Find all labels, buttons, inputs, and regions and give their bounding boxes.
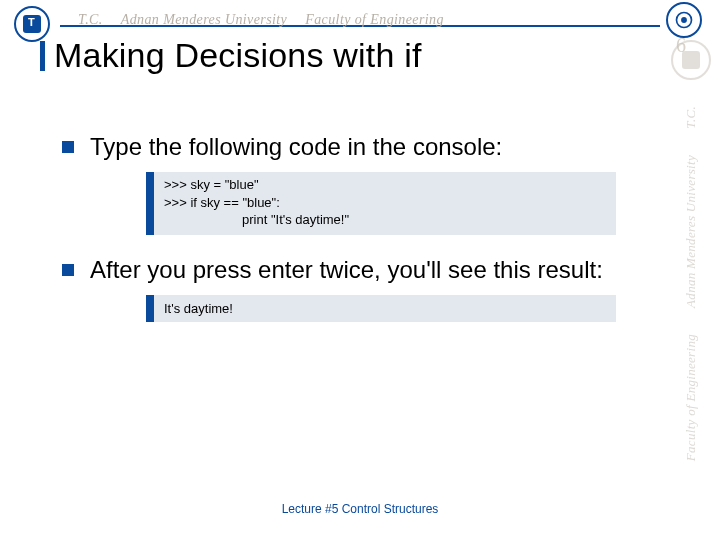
code-block-2: It's daytime! bbox=[146, 295, 616, 322]
watermark-strip: T.C. Adnan Menderes University Faculty o… bbox=[662, 40, 720, 500]
header-text: T.C. Adnan Menderes University Faculty o… bbox=[50, 12, 666, 28]
faculty-logo-right bbox=[666, 2, 702, 38]
header-tc: T.C. bbox=[78, 12, 103, 28]
watermark-tc: T.C. bbox=[683, 106, 699, 129]
bullet-row: After you press enter twice, you'll see … bbox=[62, 255, 658, 285]
header-band: T.C. Adnan Menderes University Faculty o… bbox=[14, 6, 702, 34]
slide-footer: Lecture #5 Control Structures bbox=[0, 502, 720, 516]
watermark-logo bbox=[671, 40, 711, 80]
bullet-icon bbox=[62, 141, 74, 153]
code-line: >>> if sky == "blue": bbox=[164, 194, 606, 212]
header-univ: Adnan Menderes University bbox=[121, 12, 288, 28]
title-accent-bar bbox=[40, 41, 45, 71]
code-line: print "It's daytime!" bbox=[164, 211, 606, 229]
slide-body: Type the following code in the console: … bbox=[62, 132, 658, 322]
watermark-univ: Adnan Menderes University bbox=[683, 155, 699, 308]
bullet-icon bbox=[62, 264, 74, 276]
code-block-1: >>> sky = "blue" >>> if sky == "blue": p… bbox=[146, 172, 616, 235]
bullet-text-1: Type the following code in the console: bbox=[90, 132, 502, 162]
bullet-row: Type the following code in the console: bbox=[62, 132, 658, 162]
watermark-fac: Faculty of Engineering bbox=[683, 334, 699, 461]
bullet-text-2: After you press enter twice, you'll see … bbox=[90, 255, 603, 285]
university-logo-left bbox=[14, 6, 50, 42]
code-line: >>> sky = "blue" bbox=[164, 176, 606, 194]
slide-title: Making Decisions with if bbox=[54, 36, 422, 75]
code-output-line: It's daytime! bbox=[164, 301, 606, 316]
header-fac: Faculty of Engineering bbox=[305, 12, 444, 28]
gear-icon bbox=[674, 10, 694, 30]
svg-point-1 bbox=[681, 17, 687, 23]
